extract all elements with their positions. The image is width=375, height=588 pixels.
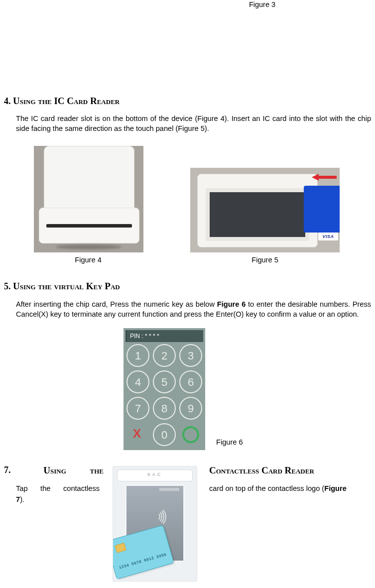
card-chip-icon [115, 543, 126, 553]
key-6[interactable]: 6 [179, 370, 202, 393]
section-7-heading-right: Contactless Card Reader [209, 464, 371, 477]
section-7-fig-ref: Figure [324, 484, 347, 492]
section-7-left-tail: ). [20, 495, 24, 503]
key-0[interactable]: 0 [153, 423, 176, 446]
section-7-title-a: Using [34, 464, 66, 477]
section-4-paragraph: The IC card reader slot is on the bottom… [16, 114, 371, 133]
section-7-right-text: card on top of the contactless logo ( [209, 484, 324, 492]
section-7-left-text: Tap the contactless [16, 484, 100, 492]
figure-5-image: VISA [190, 168, 340, 252]
key-3[interactable]: 3 [179, 344, 202, 367]
key-enter[interactable] [179, 423, 202, 446]
key-8[interactable]: 8 [153, 397, 176, 420]
key-1[interactable]: 1 [126, 344, 149, 367]
figure-3-caption: Figure 3 [4, 0, 371, 10]
section-5-title: Using the virtual Key Pad [13, 281, 120, 291]
section-4-heading: 4. Using the IC Card Reader [4, 95, 371, 108]
section-7-heading-left: 7. Using the [4, 464, 104, 477]
section-5-heading: 5. Using the virtual Key Pad [4, 280, 371, 293]
figure-4-caption: Figure 4 [16, 255, 160, 265]
figure-row-4-5: VISA [16, 146, 371, 252]
key-9[interactable]: 9 [179, 397, 202, 420]
section-5-number: 5. [4, 281, 11, 291]
key-4[interactable]: 4 [126, 370, 149, 393]
section-5-paragraph: After inserting the chip card, Press the… [16, 300, 371, 319]
figure-5-caption: Figure 5 [190, 255, 340, 265]
visa-logo: VISA [318, 233, 338, 240]
figure-6-caption: Figure 6 [216, 438, 243, 451]
section-5-text-pre: After inserting the chip card, Press the… [16, 300, 217, 308]
key-2[interactable]: 2 [153, 344, 176, 367]
section-4-title: Using the IC Card Reader [13, 96, 120, 106]
arrow-left-icon [312, 174, 337, 181]
contactless-card: 1234 5678 9012 3456 [113, 525, 174, 580]
section-7-number: 7. [4, 464, 11, 477]
key-7[interactable]: 7 [126, 397, 149, 420]
figure-7-image: XAC 1234 5678 9012 3456 [104, 464, 206, 582]
card-number: 1234 5678 9012 3456 [119, 552, 167, 571]
figure-4-image [34, 146, 143, 252]
section-4-number: 4. [4, 96, 11, 106]
section-5-fig-ref: Figure 6 [217, 300, 246, 308]
device-brand: XAC [113, 471, 197, 477]
section-7-title-b: the [90, 464, 104, 477]
section-7-fig-ref-num: 7 [16, 495, 20, 503]
figure-6-keypad: PIN : * * * * 1 2 3 4 5 6 7 8 9 X 0 [124, 328, 205, 450]
key-5[interactable]: 5 [153, 370, 176, 393]
key-cancel[interactable]: X [126, 423, 147, 444]
pin-display: PIN : * * * * [125, 330, 203, 342]
